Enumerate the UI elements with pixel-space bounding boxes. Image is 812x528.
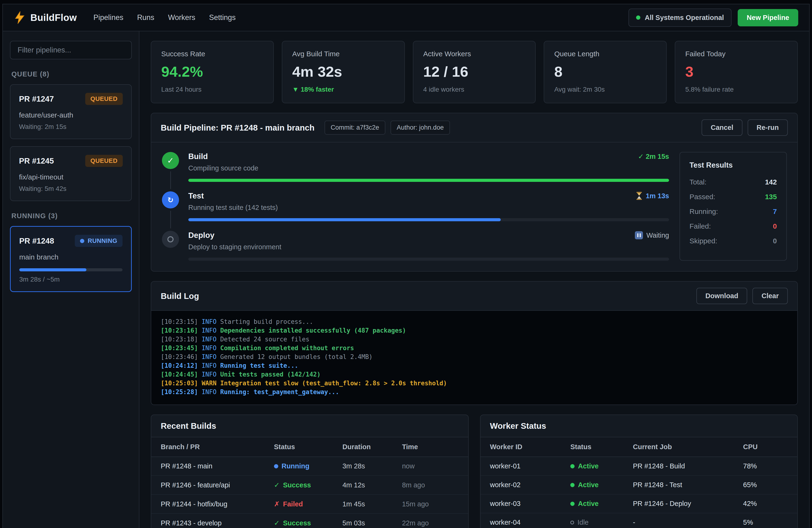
nav-workers[interactable]: Workers [168,13,195,22]
step-pending-icon [162,231,179,248]
result-value: 142 [765,178,777,186]
stat-value: 4m 32s [292,63,394,80]
status-cell: Active [570,481,633,489]
nav-runs[interactable]: Runs [137,13,154,22]
job-cell: - [633,518,743,526]
col-worker-id: Worker ID [490,443,570,451]
app-title: BuildFlow [30,12,77,23]
status-cell: Idle [570,518,633,526]
result-row: Failed: 0 [690,222,777,230]
step-name: Build [188,152,208,161]
progress-fill [19,268,86,272]
table-row[interactable]: worker-01 Active PR #1248 - Build 78% [481,457,798,476]
clear-button[interactable]: Clear [752,288,788,304]
col-current-job: Current Job [633,443,743,451]
log-line: [10:25:28] INFO Running: test_payment_ga… [161,388,788,396]
pr-number: PR #1245 [19,157,54,165]
result-row: Skipped: 0 [690,237,777,245]
filter-pipelines-input[interactable] [10,41,132,59]
pipeline-progress-bar [19,268,122,272]
step-duration: 1m 13s [636,192,669,200]
branch-name: fix/api-timeout [19,173,123,181]
rerun-button[interactable]: Re-run [748,119,788,136]
result-label: Failed: [690,222,711,230]
result-label: Skipped: [690,237,717,245]
download-button[interactable]: Download [696,288,748,304]
log-output[interactable]: [10:23:15] INFO Starting build process..… [151,311,797,405]
stat-label: Active Workers [423,50,525,58]
stat-card-failed-today: Failed Today 3 5.8% failure rate [675,41,798,103]
branch-name: main branch [19,253,122,261]
pr-number: PR #1248 [19,236,54,246]
active-dot-icon [570,483,575,487]
result-label: Total: [690,178,707,186]
table-row[interactable]: PR #1243 - develop ✓Success 5m 03s 22m a… [151,514,468,528]
step-description: Compiling source code [188,164,669,172]
time-cell: 15m ago [402,500,459,508]
duration-cell: 3m 28s [342,462,402,470]
stat-value: 8 [554,63,656,80]
result-row: Running: 7 [690,207,777,216]
nav-settings[interactable]: Settings [209,13,236,22]
stat-sub: Avg wait: 2m 30s [554,86,656,93]
step-duration: ✓ 2m 15s [638,152,669,161]
step-progress-bar [188,218,669,221]
step-description: Running test suite (142 tests) [188,204,669,211]
worker-status-title: Worker Status [490,421,546,431]
step-progress-bar [188,179,669,182]
running-dot-icon [80,239,84,243]
log-line: [10:23:18] INFO Detected 24 source files [161,335,788,344]
stat-sub: 4 idle workers [423,86,525,93]
top-bar: BuildFlow Pipelines Runs Workers Setting… [3,4,809,31]
queue-section-label: QUEUE (8) [11,70,130,78]
duration-cell: 4m 12s [342,481,402,489]
table-row[interactable]: PR #1244 - hotfix/bug ✗Failed 1m 45s 15m… [151,495,468,514]
result-label: Passed: [690,193,715,201]
table-row[interactable]: worker-03 Active PR #1246 - Deploy 42% [481,495,798,513]
queued-pipeline-card[interactable]: PR #1247 QUEUED feature/user-auth Waitin… [10,84,132,139]
queued-pipeline-card[interactable]: PR #1245 QUEUED fix/api-timeout Waiting:… [10,146,132,201]
worker-id-cell: worker-01 [490,462,570,470]
main-content: Success Rate 94.2% Last 24 hours Avg Bui… [139,31,809,528]
main-nav: Pipelines Runs Workers Settings [93,13,236,22]
cancel-button[interactable]: Cancel [701,119,742,136]
table-row[interactable]: PR #1246 - feature/api ✓Success 4m 12s 8… [151,476,468,495]
stat-card-avg-build-time: Avg Build Time 4m 32s ▼ 18% faster [282,41,405,103]
result-value: 0 [773,237,777,245]
step-progress-bar [188,258,669,261]
table-row[interactable]: PR #1248 - main Running 3m 28s now [151,457,468,476]
stat-sub: 5.8% failure rate [685,86,787,93]
log-line: [10:24:12] INFO Running test suite... [161,361,788,370]
active-dot-icon [570,464,575,468]
status-cell: ✓Success [274,481,343,489]
log-line: [10:24:45] INFO Unit tests passed (142/1… [161,370,788,379]
check-icon: ✓ [274,519,280,527]
time-cell: now [402,462,459,470]
result-row: Total: 142 [690,178,777,186]
table-row[interactable]: worker-04 Idle - 5% [481,513,798,528]
time-cell: 8m ago [402,481,459,489]
log-line: [10:25:03] WARN Integration test slow (t… [161,379,788,388]
status-cell: Active [570,500,633,508]
log-line: [10:23:46] INFO Generated 12 output bund… [161,353,788,361]
stat-value: 94.2% [161,63,263,80]
table-row[interactable]: worker-02 Active PR #1248 - Test 65% [481,476,798,495]
duration-cell: 1m 45s [342,500,402,508]
step-test: ↻ Test [162,191,669,231]
stat-label: Success Rate [161,50,263,58]
build-pipeline-panel: Build Pipeline: PR #1248 - main branch C… [151,113,798,272]
pipeline-title: Build Pipeline: PR #1248 - main branch [161,123,315,132]
stat-sub: ▼ 18% faster [292,86,394,93]
recent-builds-panel: Recent Builds Branch / PR Status Duratio… [151,414,469,528]
running-badge: RUNNING [75,235,122,247]
running-pipeline-card[interactable]: PR #1248 RUNNING main branch 3m 28s / ~5… [10,226,132,292]
log-line: [10:23:15] INFO Starting build process..… [161,318,788,326]
pr-number: PR #1247 [19,94,54,103]
step-done-icon: ✓ [162,152,179,169]
nav-pipelines[interactable]: Pipelines [93,13,124,22]
stat-card-active-workers: Active Workers 12 / 16 4 idle workers [413,41,536,103]
result-value: 7 [773,207,777,216]
step-connector [170,211,171,229]
col-time: Time [402,443,459,451]
new-pipeline-button[interactable]: New Pipeline [738,9,798,26]
